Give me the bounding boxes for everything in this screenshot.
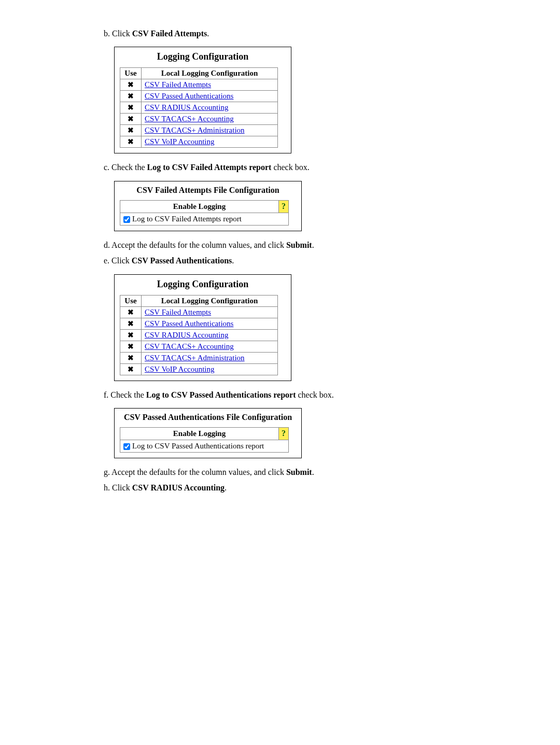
use-x-icon: ✖: [128, 320, 134, 328]
passed-auth-config-screenshot: CSV Passed Authentications File Configur…: [114, 408, 302, 458]
step-d: d. Accept the defaults for the column va…: [104, 240, 529, 251]
table-row: ✖ CSV Failed Attempts: [120, 306, 278, 318]
step-b-prefix: b. Click: [104, 29, 132, 38]
step-c: c. Check the Log to CSV Failed Attempts …: [104, 162, 529, 173]
table-row: ✖ CSV VoIP Accounting: [120, 136, 278, 148]
table-row: ✖ CSV TACACS+ Administration: [120, 352, 278, 363]
enable-logging-header: Enable Logging: [120, 200, 279, 213]
step-e-bold: CSV Passed Authentications: [132, 256, 232, 265]
step-g-suffix: .: [312, 468, 314, 476]
table-row: ✖ CSV Failed Attempts: [120, 79, 278, 91]
link-csv-voip-acct[interactable]: CSV VoIP Accounting: [145, 137, 214, 146]
logging-config-title: Logging Configuration: [120, 51, 286, 62]
failed-attempts-config-screenshot: CSV Failed Attempts File Configuration E…: [114, 181, 302, 231]
use-x-icon: ✖: [128, 343, 134, 350]
use-x-icon: ✖: [128, 81, 134, 89]
col-use-header-2: Use: [120, 295, 142, 306]
link-csv-tacacs-admin-2[interactable]: CSV TACACS+ Administration: [145, 354, 245, 362]
step-c-suffix: check box.: [271, 163, 309, 172]
enable-logging-table-passed: Enable Logging ? Log to CSV Passed Authe…: [120, 427, 289, 453]
link-csv-tacacs-acct-2[interactable]: CSV TACACS+ Accounting: [145, 342, 234, 350]
step-h-suffix: .: [225, 483, 227, 492]
step-g: g. Accept the defaults for the column va…: [104, 467, 529, 478]
step-d-bold: Submit: [286, 241, 312, 249]
enable-logging-row-passed: Log to CSV Passed Authentications report: [120, 440, 289, 452]
step-e-prefix: e. Click: [104, 256, 132, 265]
logging-config-table: Use Local Logging Configuration ✖ CSV Fa…: [120, 67, 278, 148]
step-h-prefix: h. Click: [104, 483, 132, 492]
use-x-icon: ✖: [128, 104, 134, 111]
use-x-icon: ✖: [128, 138, 134, 146]
failed-box-title: CSV Failed Attempts File Configuration: [120, 186, 296, 195]
use-x-icon: ✖: [128, 331, 134, 339]
passed-box-title: CSV Passed Authentications File Configur…: [120, 413, 296, 422]
step-h: h. Click CSV RADIUS Accounting.: [104, 482, 529, 494]
step-f-suffix: check box.: [296, 390, 334, 399]
link-csv-tacacs-acct[interactable]: CSV TACACS+ Accounting: [145, 115, 234, 123]
link-csv-radius-acct[interactable]: CSV RADIUS Accounting: [145, 103, 228, 111]
logging-config-title-2: Logging Configuration: [120, 279, 286, 290]
step-h-bold: CSV RADIUS Accounting: [132, 483, 225, 492]
step-c-prefix: c. Check the: [104, 163, 147, 172]
step-d-prefix: d. Accept the defaults for the column va…: [104, 241, 286, 249]
link-csv-tacacs-admin[interactable]: CSV TACACS+ Administration: [145, 126, 245, 134]
log-to-csv-failed-label: Log to CSV Failed Attempts report: [132, 215, 242, 223]
step-f: f. Check the Log to CSV Passed Authentic…: [104, 389, 529, 401]
link-csv-passed-auth[interactable]: CSV Passed Authentications: [145, 92, 233, 100]
logging-config-table-2: Use Local Logging Configuration ✖ CSV Fa…: [120, 295, 278, 375]
step-f-bold: Log to CSV Passed Authentications report: [146, 390, 296, 399]
enable-logging-header-passed: Enable Logging: [120, 427, 279, 440]
enable-logging-row: Log to CSV Failed Attempts report: [120, 213, 289, 225]
log-to-csv-passed-checkbox[interactable]: [123, 443, 130, 450]
step-d-suffix: .: [312, 241, 314, 249]
use-x-icon: ✖: [128, 126, 134, 134]
table-row: ✖ CSV TACACS+ Accounting: [120, 341, 278, 352]
help-icon[interactable]: ?: [282, 429, 286, 438]
use-x-icon: ✖: [128, 354, 134, 362]
step-g-bold: Submit: [286, 468, 312, 476]
log-to-csv-passed-label: Log to CSV Passed Authentications report: [132, 442, 264, 450]
link-csv-radius-acct-2[interactable]: CSV RADIUS Accounting: [145, 331, 228, 339]
step-b-suffix: .: [207, 29, 209, 38]
use-x-icon: ✖: [128, 308, 134, 316]
table-row: ✖ CSV Passed Authentications: [120, 318, 278, 329]
use-x-icon: ✖: [128, 366, 134, 373]
table-row: ✖ CSV TACACS+ Administration: [120, 125, 278, 136]
step-b: b. Click CSV Failed Attempts.: [104, 28, 529, 39]
use-x-icon: ✖: [128, 115, 134, 123]
help-icon[interactable]: ?: [282, 202, 286, 211]
step-g-prefix: g. Accept the defaults for the column va…: [104, 468, 286, 476]
use-x-icon: ✖: [128, 92, 134, 100]
enable-logging-table-failed: Enable Logging ? Log to CSV Failed Attem…: [120, 200, 289, 226]
col-name-header-2: Local Logging Configuration: [142, 295, 278, 306]
col-use-header: Use: [120, 68, 142, 79]
step-e-suffix: .: [232, 256, 234, 265]
table-row: ✖ CSV RADIUS Accounting: [120, 329, 278, 341]
step-f-prefix: f. Check the: [104, 390, 146, 399]
step-e: e. Click CSV Passed Authentications.: [104, 255, 529, 266]
link-csv-failed-attempts-2[interactable]: CSV Failed Attempts: [145, 308, 211, 316]
table-row: ✖ CSV Passed Authentications: [120, 91, 278, 102]
table-row: ✖ CSV RADIUS Accounting: [120, 102, 278, 114]
link-csv-failed-attempts[interactable]: CSV Failed Attempts: [145, 80, 211, 89]
logging-config-screenshot-2: Logging Configuration Use Local Logging …: [114, 274, 291, 381]
step-c-bold: Log to CSV Failed Attempts report: [147, 163, 272, 172]
table-row: ✖ CSV VoIP Accounting: [120, 363, 278, 375]
log-to-csv-failed-checkbox[interactable]: [123, 216, 130, 223]
logging-config-screenshot-1: Logging Configuration Use Local Logging …: [114, 47, 291, 153]
link-csv-passed-auth-2[interactable]: CSV Passed Authentications: [145, 319, 233, 328]
col-name-header: Local Logging Configuration: [142, 68, 278, 79]
step-b-bold: CSV Failed Attempts: [132, 29, 207, 38]
link-csv-voip-acct-2[interactable]: CSV VoIP Accounting: [145, 365, 214, 373]
table-row: ✖ CSV TACACS+ Accounting: [120, 114, 278, 125]
